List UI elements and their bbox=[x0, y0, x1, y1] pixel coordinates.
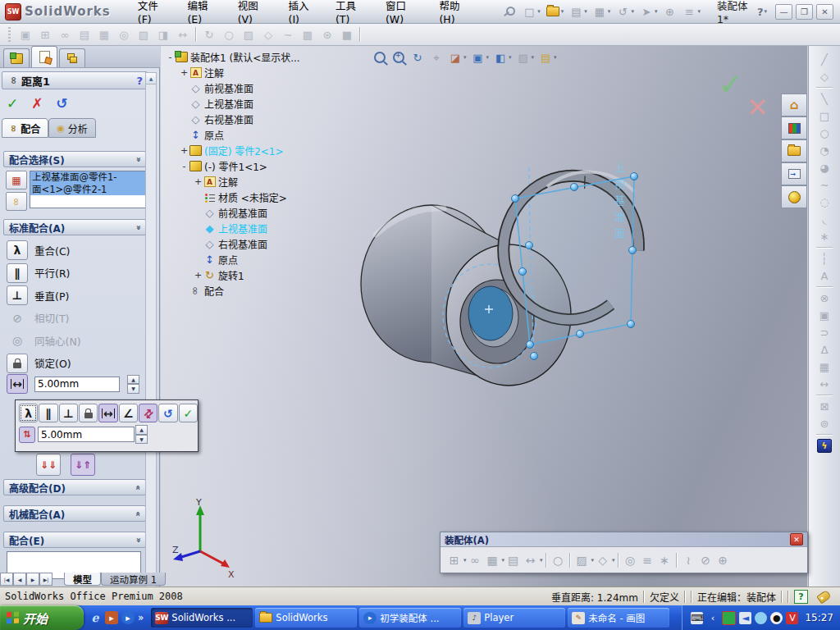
undo-button[interactable]: ↺ bbox=[57, 95, 68, 112]
selected-face[interactable] bbox=[468, 286, 513, 340]
realplayer-icon[interactable]: ▸ bbox=[121, 611, 135, 624]
internet-explorer-icon[interactable]: e bbox=[89, 611, 102, 624]
edit-appearance-icon[interactable]: ▤ bbox=[538, 50, 553, 65]
flip-mate-alignment-icon[interactable]: ⇄ bbox=[139, 404, 158, 422]
parallel-icon[interactable]: ∥ bbox=[39, 404, 57, 422]
tree-item-origin[interactable]: ↕原点 bbox=[166, 127, 300, 143]
media-player-icon[interactable]: ▸ bbox=[105, 611, 118, 624]
select-icon[interactable]: ➤ bbox=[639, 4, 654, 19]
ime-icon[interactable] bbox=[722, 611, 736, 625]
tree-item-part2[interactable]: +(固定) 零件2<1> bbox=[166, 143, 300, 158]
tree-expander[interactable]: - bbox=[180, 161, 189, 171]
tree-expander[interactable]: + bbox=[194, 176, 203, 187]
rotate-view-icon[interactable]: ↻ bbox=[410, 50, 425, 65]
tags-icon[interactable] bbox=[816, 589, 832, 604]
tree-item-part1-annotations[interactable]: +A注解 bbox=[166, 174, 300, 189]
tree-item-annotations[interactable]: +A注解 bbox=[166, 65, 300, 80]
pm-help-button[interactable]: ? bbox=[136, 75, 143, 87]
minimize-button[interactable]: — bbox=[775, 4, 792, 20]
view-palette-button[interactable] bbox=[781, 162, 807, 185]
menu-工具(T)[interactable]: 工具(T) bbox=[326, 0, 377, 23]
undo-icon[interactable]: ↺ bbox=[158, 404, 177, 422]
confirm-ok-icon[interactable]: ✓ bbox=[719, 67, 743, 101]
save-icon[interactable]: ▤ bbox=[568, 4, 583, 19]
cancel-button[interactable]: ✗ bbox=[31, 95, 43, 112]
tree-item-part1-revolve1[interactable]: +↻旋转1 bbox=[166, 267, 300, 283]
zoom-to-area-icon[interactable]: + bbox=[391, 50, 406, 65]
undo-icon[interactable]: ↺ bbox=[615, 4, 630, 19]
keyboard-icon[interactable]: ⌨ bbox=[691, 612, 703, 624]
menu-帮助(H)[interactable]: 帮助(H) bbox=[430, 0, 482, 23]
section-mechanical-mates[interactable]: 机械配合(A)« bbox=[3, 505, 146, 522]
distance-icon[interactable]: ↔ bbox=[7, 374, 28, 394]
tree-item-part1-right-plane[interactable]: ◇右视基准面 bbox=[166, 236, 300, 252]
tree-item-part1-top-plane[interactable]: ◆上视基准面 bbox=[166, 221, 300, 236]
print-icon[interactable]: ▦ bbox=[592, 4, 607, 19]
multiple-mate-mode-button[interactable]: ▦ bbox=[6, 171, 27, 189]
options-icon[interactable]: ≡ bbox=[682, 4, 696, 19]
solidworks-resources-button[interactable]: ⌂ bbox=[781, 94, 807, 116]
menu-视图(V)[interactable]: 视图(V) bbox=[229, 0, 280, 23]
quick-launch-overflow[interactable]: » bbox=[138, 612, 144, 623]
tree-item-part1-origin[interactable]: ↕原点 bbox=[166, 252, 300, 267]
coincident-icon[interactable]: λ bbox=[19, 404, 38, 422]
task-button[interactable]: ♪Player bbox=[463, 608, 565, 628]
distance-input[interactable] bbox=[34, 377, 120, 392]
help-menu[interactable]: ?▾ bbox=[757, 6, 767, 18]
panel-scrollbar[interactable]: ▲ ▼ bbox=[145, 72, 157, 589]
coincident-button[interactable]: λ bbox=[7, 240, 28, 260]
section-mate-selections[interactable]: 配合选择(S)« bbox=[3, 151, 146, 167]
section-view-icon[interactable]: ◪ bbox=[448, 50, 463, 65]
menu-插入(I)[interactable]: 插入(I) bbox=[280, 0, 326, 23]
design-library-button[interactable] bbox=[781, 116, 807, 139]
tree-expander[interactable]: - bbox=[166, 52, 175, 62]
tab-scroll-next[interactable]: ▶ bbox=[26, 573, 39, 586]
task-button[interactable]: SolidWorks bbox=[255, 608, 357, 628]
pin-icon[interactable] bbox=[503, 6, 514, 17]
menu-编辑(E)[interactable]: 编辑(E) bbox=[178, 0, 228, 23]
tree-item-part1-material[interactable]: 材质 <未指定> bbox=[166, 189, 300, 205]
shadows-icon[interactable]: ▨ bbox=[516, 50, 531, 65]
angle-icon[interactable]: ∠ bbox=[119, 404, 138, 422]
popup-distance-spinner[interactable]: ▲▼ bbox=[135, 425, 148, 444]
toolbar-grip[interactable] bbox=[8, 27, 11, 42]
penguin-icon[interactable]: ● bbox=[770, 612, 783, 624]
feature-manager-tab[interactable] bbox=[3, 48, 30, 67]
quick-snaps-icon[interactable]: ϟ bbox=[815, 437, 833, 454]
tree-item-front-plane[interactable]: ◇前视基准面 bbox=[166, 80, 300, 96]
display-style-icon[interactable]: ◧ bbox=[493, 50, 508, 65]
configuration-manager-tab[interactable] bbox=[59, 48, 85, 67]
tab-scroll-last[interactable]: ▶| bbox=[39, 573, 52, 586]
confirm-cancel-icon[interactable]: ✕ bbox=[746, 92, 769, 123]
tab-scroll-first[interactable]: |◀ bbox=[0, 573, 13, 586]
task-button[interactable]: ▸初学装配体 ... bbox=[359, 608, 461, 628]
lock-button[interactable] bbox=[7, 354, 28, 373]
tab-analysis[interactable]: ◉ 分析 bbox=[48, 118, 96, 138]
distance-icon[interactable]: ↔ bbox=[98, 404, 117, 422]
mate-selection-list[interactable]: 上视基准面@零件1- 面<1>@零件2-1 bbox=[30, 171, 148, 208]
open-icon[interactable] bbox=[546, 4, 560, 19]
property-manager-tab[interactable] bbox=[31, 46, 57, 67]
task-button[interactable]: SWSolidWorks ... bbox=[151, 608, 253, 628]
mate-align-aligned-button[interactable]: ⇓⇓ bbox=[36, 454, 61, 476]
tree-item-part1[interactable]: -(-) 零件1<1> bbox=[166, 158, 300, 174]
messenger-icon[interactable] bbox=[755, 612, 767, 624]
tree-expander[interactable]: + bbox=[180, 67, 189, 78]
lock-icon[interactable] bbox=[79, 404, 98, 422]
menu-文件(F)[interactable]: 文件(F) bbox=[129, 0, 179, 23]
distance-spinner[interactable]: ▲▼ bbox=[127, 375, 139, 394]
text-services-icon[interactable]: ◄ bbox=[739, 612, 751, 624]
hide-icons-chevron[interactable]: ‹ bbox=[706, 612, 719, 624]
perpendicular-icon[interactable]: ⊥ bbox=[59, 404, 78, 422]
selection-item[interactable]: 面<1>@零件2-1 bbox=[30, 184, 147, 196]
statusbar-help-icon[interactable]: ? bbox=[794, 590, 808, 604]
menu-窗口(W)[interactable]: 窗口(W) bbox=[377, 0, 430, 23]
pan-icon[interactable]: ⌖ bbox=[429, 50, 444, 65]
tree-item-mates-folder[interactable]: ∞配合 bbox=[166, 283, 300, 299]
tab-mates[interactable]: ∞ 配合 bbox=[2, 118, 48, 138]
rebuild-icon[interactable]: ⊕ bbox=[662, 4, 677, 19]
start-button[interactable]: 开始 bbox=[0, 605, 84, 630]
assembly-toolbar-titlebar[interactable]: 装配体(A) ✕ bbox=[441, 532, 807, 547]
section-standard-mates[interactable]: 标准配合(A)« bbox=[3, 219, 146, 235]
tree-item-top-plane[interactable]: ◇上视基准面 bbox=[166, 96, 300, 112]
